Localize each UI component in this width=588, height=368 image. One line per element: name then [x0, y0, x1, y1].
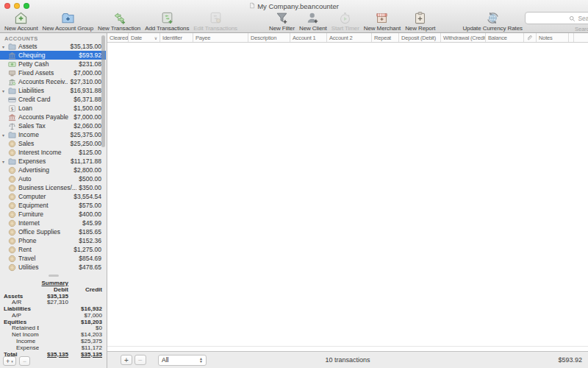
toolbar-button-label: New Filter — [269, 25, 295, 32]
summary-credit-value: $7,000 — [68, 312, 102, 319]
disclosure-triangle-icon[interactable]: ▾ — [2, 44, 8, 49]
column-header-label: Withdrawal (Credit) — [443, 35, 486, 41]
toolbar-button-new-report[interactable]: New Report — [405, 10, 435, 32]
summary-row-income: Income$25,375 — [0, 338, 107, 344]
add-account-button[interactable]: +▾ — [3, 356, 16, 366]
toolbar-button-new-account-group[interactable]: New Account Group — [43, 10, 93, 32]
receivable-icon — [8, 78, 16, 86]
column-header-label: Balance — [488, 35, 507, 41]
summary-row-liabilities: Liabilities$16,932 — [0, 305, 107, 312]
titlebar: My Company.beancounter — [0, 0, 588, 10]
account-label: Business Licenses/... — [18, 184, 76, 191]
account-row-travel[interactable]: Travel$854.69 — [0, 254, 106, 263]
column-header-account2[interactable]: Account 2 — [327, 33, 372, 42]
account-group-liabilities[interactable]: ▾Liabilities$16,931.88 — [0, 86, 106, 95]
account-label: Equipment — [18, 202, 76, 209]
toolbar-button-edit-transactions: Edit Transactions — [193, 10, 237, 32]
sidebar-scrollbar[interactable] — [101, 35, 105, 147]
column-header-cleared[interactable]: Cleared — [107, 33, 129, 42]
account-row-computer[interactable]: Computer$3,554.54 — [0, 192, 106, 201]
account-label: Office Supplies — [18, 228, 76, 236]
column-header-identifier[interactable]: Identifier — [160, 33, 193, 42]
account-row-auto[interactable]: Auto$500.00 — [0, 174, 106, 183]
column-header-description[interactable]: Description — [248, 33, 290, 42]
search-input[interactable]: Search — [525, 12, 588, 24]
account-row-chequing[interactable]: Chequing$593.92 — [0, 51, 106, 60]
account-balance: $27,310.00 — [70, 78, 101, 85]
column-header-account1[interactable]: Account 1 — [290, 33, 327, 42]
toolbar-button-update-currency-rates[interactable]: Update Currency Rates — [462, 10, 523, 32]
horizontal-scrollbar[interactable] — [107, 346, 588, 351]
account-group-assets[interactable]: ▾Assets$35,135.00 — [0, 42, 106, 51]
account-row-loan[interactable]: $Loan$1,500.00 — [0, 104, 106, 113]
account-row-internet[interactable]: Internet$45.99 — [0, 219, 106, 227]
start-timer-icon — [337, 10, 354, 25]
account-row-office-supplies[interactable]: Office Supplies$185.65 — [0, 227, 106, 236]
column-header-filler — [569, 33, 574, 42]
search-caption: Search — [575, 26, 588, 32]
account-label: Accounts Payable — [18, 113, 71, 121]
summary-row-a-r: A/R$27,310 — [0, 299, 107, 305]
account-row-equipment[interactable]: Equipment$575.00 — [0, 201, 106, 210]
disclosure-triangle-icon[interactable]: ▾ — [2, 159, 8, 164]
close-window-button[interactable] — [4, 3, 10, 9]
toolbar-button-new-transaction[interactable]: New Transaction — [98, 10, 140, 32]
chevron-down-icon: ▾ — [11, 358, 13, 365]
account-row-rent[interactable]: Rent$1,275.00 — [0, 245, 106, 254]
column-header-deposit[interactable]: Deposit (Debit) — [399, 33, 441, 42]
toolbar-button-new-merchant[interactable]: New Merchant — [364, 10, 401, 32]
account-row-fixed-assets[interactable]: Fixed Assets$7,000.00 — [0, 68, 106, 77]
summary-label: A/P — [4, 312, 39, 319]
minimize-window-button[interactable] — [14, 3, 20, 9]
column-header-date[interactable]: Date∨ — [129, 33, 160, 42]
table-body — [107, 43, 588, 346]
column-header-repeat[interactable]: Repeat — [372, 33, 399, 42]
disclosure-triangle-icon[interactable]: ▾ — [2, 88, 8, 93]
summary-row-equities: Equities$18,203 — [0, 319, 107, 325]
account-balance: $231.08 — [79, 60, 101, 68]
account-row-furniture[interactable]: Furniture$400.00 — [0, 210, 106, 219]
column-header-notes[interactable]: Notes — [537, 33, 569, 42]
account-row-business-licenses[interactable]: Business Licenses/...$350.00 — [0, 183, 106, 192]
summary-label: Assets — [4, 293, 39, 300]
account-row-credit-card[interactable]: Credit Card$6,371.88 — [0, 95, 106, 104]
svg-text:$: $ — [10, 105, 13, 111]
summary-row-assets: Assets$35,135 — [0, 293, 107, 300]
account-label: Sales — [18, 140, 68, 147]
account-row-accounts-receiv[interactable]: Accounts Receiv...$27,310.00 — [0, 77, 106, 86]
account-row-sales[interactable]: Sales$25,250.00 — [0, 139, 106, 148]
coin-icon — [8, 140, 16, 148]
disclosure-triangle-icon[interactable]: ▾ — [2, 132, 8, 138]
summary-credit-value: $0 — [68, 325, 102, 331]
remove-account-button[interactable]: − — [19, 356, 30, 366]
sidebar-splitter[interactable] — [0, 273, 107, 278]
account-group-expenses[interactable]: ▾Expenses$11,171.88 — [0, 157, 106, 166]
zoom-window-button[interactable] — [24, 3, 29, 9]
account-row-accounts-payable[interactable]: Accounts Payable$7,000.00 — [0, 113, 106, 121]
account-row-interest-income[interactable]: Interest Income$125.00 — [0, 148, 106, 157]
account-balance: $6,371.88 — [74, 96, 101, 103]
account-row-utilities[interactable]: Utilities$478.65 — [0, 263, 106, 272]
account-row-advertising[interactable]: Advertising$2,800.00 — [0, 166, 106, 174]
toolbar-button-new-filter[interactable]: New Filter — [269, 10, 295, 32]
summary-column-headers: DebitCredit — [0, 286, 107, 293]
column-header-withdrawal[interactable]: Withdrawal (Credit) — [441, 33, 486, 42]
account-group-income[interactable]: ▾Income$25,375.00 — [0, 130, 106, 139]
coin-icon — [8, 184, 16, 192]
column-header-payee[interactable]: Payee — [193, 33, 248, 42]
column-header-label: Description — [251, 35, 276, 41]
toolbar-button-new-account[interactable]: New Account — [4, 10, 38, 32]
toolbar-button-add-transactions[interactable]: Add Transactions — [145, 10, 189, 32]
account-balance: $854.69 — [79, 255, 101, 262]
account-row-phone[interactable]: Phone$152.36 — [0, 236, 106, 245]
summary-title-row: Summary — [0, 280, 107, 286]
column-header-balance[interactable]: Balance — [486, 33, 524, 42]
column-header-attach[interactable] — [524, 33, 537, 42]
summary-panel: SummaryDebitCreditAssets$35,135A/R$27,31… — [0, 278, 107, 354]
account-row-sales-tax[interactable]: Sales Tax$2,060.00 — [0, 121, 106, 130]
account-row-petty-cash[interactable]: Petty Cash$231.08 — [0, 60, 106, 68]
account-balance: $45.99 — [82, 219, 101, 227]
sidebar-button-bar: +▾ − — [0, 354, 107, 368]
account-balance: $25,250.00 — [70, 140, 101, 147]
toolbar-button-new-client[interactable]: New Client — [299, 10, 327, 32]
